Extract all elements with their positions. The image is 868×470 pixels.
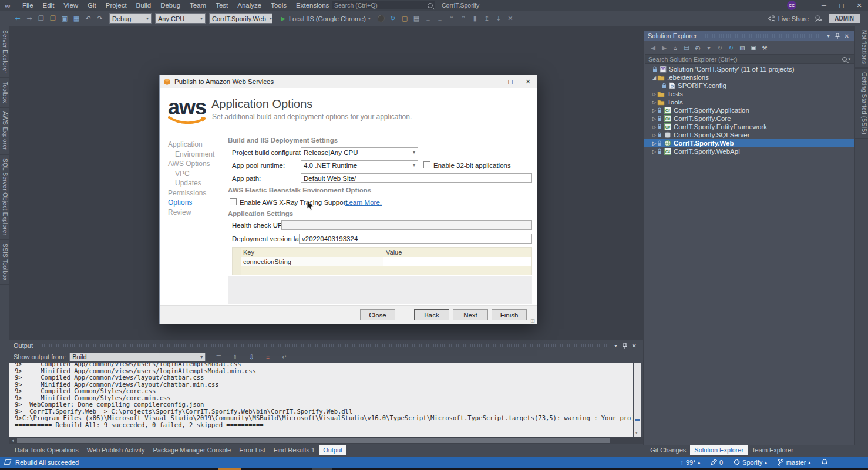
close-button[interactable]: ✕: [519, 75, 537, 88]
side-tab-toolbox[interactable]: Toolbox: [0, 78, 9, 108]
expander-collapsed-icon[interactable]: ▷: [651, 116, 657, 121]
tab-package-manager-console[interactable]: Package Manager Console: [149, 445, 235, 455]
pending-edits-button[interactable]: 0: [711, 459, 723, 466]
expander-expanded-icon[interactable]: ◢: [651, 75, 657, 80]
side-tab-server-explorer[interactable]: Server Explorer: [0, 26, 9, 78]
bookmark-toggle-icon[interactable]: ▮: [470, 14, 480, 23]
menu-item-edit[interactable]: Edit: [38, 2, 59, 9]
grid-col-value[interactable]: Value: [383, 249, 402, 256]
attach-icon[interactable]: ⚫: [376, 14, 386, 23]
menu-item-test[interactable]: Test: [211, 2, 233, 9]
tab-error-list[interactable]: Error List: [235, 445, 270, 455]
pending-changes-filter-icon[interactable]: ◴: [694, 43, 702, 52]
wizard-nav-aws-options[interactable]: AWS Options: [168, 159, 214, 169]
close-button[interactable]: Close: [360, 309, 395, 320]
wizard-nav-updates[interactable]: Updates: [168, 178, 214, 188]
maximize-button[interactable]: ◻: [502, 75, 519, 88]
dropdown-icon[interactable]: ▾: [705, 43, 713, 52]
menu-item-file[interactable]: File: [18, 2, 38, 9]
preview-icon[interactable]: ▣: [749, 43, 758, 52]
window-position-caret-icon[interactable]: ▾: [613, 343, 620, 349]
menu-item-team[interactable]: Team: [185, 2, 211, 9]
tree-item-solution-corrit-sporify-11-of-11-projects[interactable]: Solution 'CorrIT.Sporify' (11 of 11 proj…: [644, 65, 854, 73]
finish-button[interactable]: Finish: [492, 309, 527, 320]
collapse-all-icon[interactable]: −: [772, 43, 780, 52]
expander-collapsed-icon[interactable]: ▷: [651, 124, 657, 130]
bookmark-prev-icon[interactable]: ↥: [482, 14, 492, 23]
pin-icon[interactable]: [622, 343, 628, 349]
learn-more-link[interactable]: Learn More.: [345, 199, 382, 206]
goto-prev-message-icon[interactable]: ⇧: [230, 352, 240, 361]
restore-button[interactable]: ◻: [833, 0, 850, 11]
tree-item-corrit-sporify-core[interactable]: ▷C#CorrIT.Sporify.Core: [644, 114, 854, 123]
solution-explorer-titlebar[interactable]: Solution Explorer ▾ ✕: [644, 31, 854, 41]
start-debugging-icon[interactable]: ▶: [278, 14, 288, 23]
new-project-icon[interactable]: ❐: [36, 14, 46, 23]
tree-item-corrit-sporify-web[interactable]: ▷CorrIT.Sporify.Web: [644, 139, 854, 147]
push-commits-button[interactable]: ↑ 99* ▴: [680, 459, 700, 466]
refresh-icon[interactable]: ↻: [388, 14, 398, 23]
uncomment-icon[interactable]: ❞: [459, 14, 468, 23]
solution-configuration-dropdown[interactable]: Debug▾: [109, 13, 152, 24]
minimize-button[interactable]: ─: [815, 0, 833, 11]
browse-web-icon[interactable]: ▢: [400, 14, 409, 23]
tree-item-corrit-sporify-entityframework[interactable]: ▷C#CorrIT.Sporify.EntityFramework: [644, 123, 854, 131]
tab-git-changes[interactable]: Git Changes: [646, 445, 690, 455]
tree-item-sporify-config[interactable]: SPORIFY.config: [644, 82, 854, 90]
window-position-caret-icon[interactable]: ▾: [825, 33, 832, 39]
side-tab-ssis-toolbox[interactable]: SSIS Toolbox: [0, 240, 9, 285]
expander-collapsed-icon[interactable]: ▷: [651, 133, 657, 138]
sync-active-doc-icon[interactable]: ▤: [682, 43, 691, 52]
wizard-nav-vpc[interactable]: VPC: [168, 169, 214, 179]
avatar[interactable]: CC: [787, 1, 796, 10]
expander-collapsed-icon[interactable]: ▷: [651, 141, 657, 146]
wizard-nav-environment[interactable]: Environment: [168, 150, 214, 160]
admin-button[interactable]: ADMIN: [829, 14, 860, 23]
output-source-dropdown[interactable]: Build▾: [69, 353, 206, 361]
back-icon[interactable]: ⬅: [13, 14, 22, 23]
solution-platform-dropdown[interactable]: Any CPU▾: [155, 13, 206, 24]
tab-data-tools-operations[interactable]: Data Tools Operations: [11, 445, 83, 455]
app-path-input[interactable]: Default Web Site/: [301, 173, 532, 183]
forward-icon[interactable]: ▶: [660, 43, 668, 52]
startup-project-dropdown[interactable]: CorrIT.Sporify.Web▾: [209, 13, 272, 24]
refresh-icon[interactable]: ↻: [716, 43, 724, 52]
version-input[interactable]: v20220403193324: [299, 234, 532, 244]
sync-icon[interactable]: ↻: [727, 43, 735, 52]
expander-collapsed-icon[interactable]: ▷: [651, 108, 657, 113]
scrollbar-thumb[interactable]: [635, 419, 640, 421]
health-check-input[interactable]: [281, 220, 532, 230]
outdent-icon[interactable]: ≡: [435, 14, 445, 23]
menu-item-project[interactable]: Project: [101, 2, 132, 9]
wizard-nav-review[interactable]: Review: [168, 208, 214, 218]
grid-cell-value[interactable]: [383, 257, 531, 266]
close-icon[interactable]: ✕: [630, 343, 638, 349]
back-button[interactable]: Back: [414, 309, 449, 320]
scroll-down-icon[interactable]: ▾: [635, 431, 638, 435]
output-log[interactable]: 9> Minified App/common/views/...9> Compi…: [9, 363, 633, 437]
pin-icon[interactable]: [835, 33, 840, 39]
grid-cell-key[interactable]: connectionString: [241, 258, 383, 265]
save-icon[interactable]: ▣: [60, 14, 69, 23]
side-tab-aws-explorer[interactable]: AWS Explorer: [0, 108, 9, 155]
menu-item-tools[interactable]: Tools: [266, 2, 291, 9]
clear-all-icon[interactable]: ≡: [263, 352, 272, 361]
search-options-caret-icon[interactable]: ▾: [848, 57, 850, 62]
tree-item-corrit-sporify-application[interactable]: ▷C#CorrIT.Sporify.Application: [644, 106, 854, 114]
menu-item-view[interactable]: View: [59, 2, 83, 9]
search-box[interactable]: Search (Ctrl+Q): [332, 1, 435, 9]
horizontal-scrollbar[interactable]: ◂: [9, 437, 643, 444]
enable-32bit-checkbox[interactable]: [423, 161, 430, 168]
goto-next-message-icon[interactable]: ⇩: [247, 352, 256, 361]
output-titlebar[interactable]: Output ▾ ✕: [9, 340, 643, 351]
feedback-icon[interactable]: [815, 15, 823, 22]
close-button[interactable]: ✕: [850, 0, 868, 11]
forward-icon[interactable]: ➡: [25, 14, 34, 23]
menu-item-debug[interactable]: Debug: [156, 2, 185, 9]
open-file-icon[interactable]: ❐: [48, 14, 58, 23]
toggle-word-wrap-icon[interactable]: ↵: [280, 352, 289, 361]
tab-find-results-1[interactable]: Find Results 1: [270, 445, 319, 455]
solution-explorer-search[interactable]: Search Solution Explorer (Ctrl+;) ▾: [645, 54, 854, 64]
tree-item-tests[interactable]: ▷Tests: [644, 90, 854, 98]
menu-item-build[interactable]: Build: [132, 2, 156, 9]
